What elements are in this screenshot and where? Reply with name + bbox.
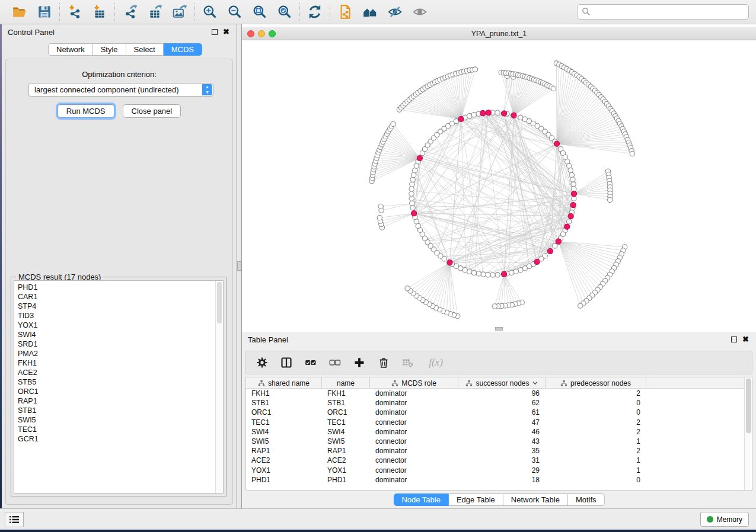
toolbar-show-graphics-details-button[interactable] bbox=[411, 3, 429, 21]
cell-shared_name[interactable]: ORC1 bbox=[246, 408, 322, 417]
toolbar-export-image-button[interactable] bbox=[171, 3, 189, 21]
table-row[interactable]: FKH1FKH1dominator962 bbox=[246, 389, 752, 398]
cell-predecessor_nodes[interactable]: 0 bbox=[546, 475, 646, 485]
cell-shared_name[interactable]: YOX1 bbox=[246, 466, 322, 475]
column-header-MCDS-role[interactable]: MCDS role bbox=[370, 377, 458, 389]
table-settings-gear-button[interactable] bbox=[256, 356, 269, 369]
toolbar-first-neighbors-button[interactable] bbox=[361, 3, 379, 21]
memory-button[interactable]: Memory bbox=[700, 512, 749, 527]
toolbar-zoom-selected-button[interactable] bbox=[276, 3, 294, 21]
cell-predecessor_nodes[interactable]: 1 bbox=[546, 466, 646, 475]
cell-predecessor_nodes[interactable]: 1 bbox=[546, 437, 646, 446]
mcds-result-list[interactable]: PHD1CAR1STP4TID3YOX1SWI4SRD1PMA2FKH1ACE2… bbox=[14, 280, 224, 493]
table-row[interactable]: PHD1PHD1dominator180 bbox=[246, 475, 752, 485]
table-row[interactable]: SWI4SWI4dominator462 bbox=[246, 427, 752, 437]
tab-network[interactable]: Network bbox=[48, 43, 93, 56]
vertical-splitter-handle[interactable] bbox=[237, 261, 241, 271]
toolbar-new-network-from-selection-button[interactable] bbox=[336, 3, 354, 21]
cell-mcds_role[interactable]: connector bbox=[370, 418, 458, 427]
cell-successor_nodes[interactable]: 18 bbox=[458, 475, 546, 485]
mcds-result-item[interactable]: CAR1 bbox=[14, 292, 223, 302]
cell-name[interactable]: FKH1 bbox=[322, 389, 370, 398]
toolbar-export-table-button[interactable] bbox=[146, 3, 164, 21]
tab-edge-table[interactable]: Edge Table bbox=[449, 493, 503, 506]
cell-mcds_role[interactable]: dominator bbox=[370, 408, 458, 417]
mcds-result-item[interactable]: STB1 bbox=[14, 406, 223, 415]
close-icon[interactable]: ✖ bbox=[742, 335, 749, 344]
mcds-result-item[interactable]: SWI5 bbox=[14, 415, 223, 425]
cell-shared_name[interactable]: SWI5 bbox=[246, 437, 322, 446]
mcds-result-item[interactable]: FKH1 bbox=[14, 358, 223, 368]
cell-mcds_role[interactable]: connector bbox=[370, 456, 458, 465]
cell-shared_name[interactable]: ACE2 bbox=[246, 456, 322, 465]
search-input[interactable] bbox=[577, 4, 749, 20]
toolbar-save-session-button[interactable] bbox=[36, 3, 53, 21]
cell-shared_name[interactable]: STB1 bbox=[246, 398, 322, 408]
cell-name[interactable]: ORC1 bbox=[322, 408, 370, 417]
table-row[interactable]: ACE2ACE2connector311 bbox=[246, 456, 752, 465]
cell-mcds_role[interactable]: connector bbox=[370, 466, 458, 475]
result-scrollbar[interactable] bbox=[215, 281, 223, 493]
cell-predecessor_nodes[interactable]: 2 bbox=[546, 446, 646, 456]
toolbar-zoom-out-button[interactable] bbox=[226, 3, 244, 21]
cell-mcds_role[interactable]: dominator bbox=[370, 389, 458, 398]
cell-successor_nodes[interactable]: 96 bbox=[458, 389, 546, 398]
cell-successor_nodes[interactable]: 46 bbox=[458, 427, 546, 437]
mcds-result-item[interactable]: SRD1 bbox=[14, 339, 223, 349]
cell-predecessor_nodes[interactable]: 0 bbox=[546, 408, 646, 417]
cell-name[interactable]: SWI4 bbox=[322, 427, 370, 437]
network-window-titlebar[interactable]: YPA_prune.txt_1 bbox=[242, 27, 756, 40]
cell-predecessor_nodes[interactable]: 2 bbox=[546, 389, 646, 398]
mcds-result-item[interactable]: GCR1 bbox=[14, 434, 223, 444]
table-row[interactable]: YOX1YOX1connector291 bbox=[246, 466, 752, 475]
close-panel-button[interactable]: Close panel bbox=[123, 104, 181, 118]
optimization-criterion-select[interactable]: largest connected component (undirected)… bbox=[28, 83, 213, 97]
mcds-result-item[interactable]: TID3 bbox=[14, 311, 223, 321]
tab-select[interactable]: Select bbox=[126, 43, 164, 56]
mcds-result-item[interactable]: ORC1 bbox=[14, 387, 223, 396]
cell-mcds_role[interactable]: dominator bbox=[370, 427, 458, 437]
table-add-column-button[interactable] bbox=[353, 356, 366, 369]
cell-predecessor_nodes[interactable]: 0 bbox=[546, 398, 646, 408]
cell-name[interactable]: SWI5 bbox=[322, 437, 370, 446]
cell-shared_name[interactable]: FKH1 bbox=[246, 389, 322, 398]
mcds-result-item[interactable]: RAP1 bbox=[14, 396, 223, 406]
toolbar-zoom-fit-button[interactable] bbox=[251, 3, 269, 21]
table-scrollbar[interactable] bbox=[744, 377, 752, 490]
network-graph[interactable] bbox=[242, 40, 756, 332]
mcds-result-item[interactable]: STP4 bbox=[14, 302, 223, 311]
table-function-builder-button[interactable]: f(x) bbox=[426, 356, 446, 369]
cell-mcds_role[interactable]: dominator bbox=[370, 475, 458, 485]
cell-name[interactable]: TEC1 bbox=[322, 418, 370, 427]
table-show-column-button[interactable] bbox=[280, 356, 293, 369]
tab-node-table[interactable]: Node Table bbox=[393, 493, 449, 506]
cell-mcds_role[interactable]: connector bbox=[370, 437, 458, 446]
mcds-result-item[interactable]: PMA2 bbox=[14, 349, 223, 358]
mcds-result-item[interactable]: YOX1 bbox=[14, 321, 223, 330]
tab-mcds[interactable]: MCDS bbox=[164, 43, 202, 56]
cell-successor_nodes[interactable]: 31 bbox=[458, 456, 546, 465]
table-unselect-all-columns-button[interactable] bbox=[328, 356, 342, 369]
toolbar-apply-layout-button[interactable] bbox=[306, 3, 324, 21]
cell-successor_nodes[interactable]: 35 bbox=[458, 446, 546, 456]
column-header-successor-nodes[interactable]: successor nodes bbox=[458, 377, 546, 389]
mcds-result-item[interactable]: TEC1 bbox=[14, 425, 223, 434]
cell-mcds_role[interactable]: dominator bbox=[370, 398, 458, 408]
mcds-result-item[interactable]: PHD1 bbox=[14, 281, 223, 292]
tab-motifs[interactable]: Motifs bbox=[568, 493, 605, 506]
cell-name[interactable]: STB1 bbox=[322, 398, 370, 408]
table-destroy-table-button[interactable] bbox=[401, 356, 414, 369]
table-select-all-columns-button[interactable] bbox=[304, 356, 317, 369]
cell-name[interactable]: YOX1 bbox=[322, 466, 370, 475]
cell-shared_name[interactable]: PHD1 bbox=[246, 475, 322, 485]
table-row[interactable]: SWI5SWI5connector431 bbox=[246, 437, 752, 446]
toolbar-export-network-button[interactable] bbox=[121, 3, 139, 21]
tab-style[interactable]: Style bbox=[93, 43, 126, 56]
close-icon[interactable]: ✖ bbox=[223, 27, 229, 36]
task-history-button[interactable] bbox=[5, 512, 24, 527]
tab-network-table[interactable]: Network Table bbox=[503, 493, 568, 506]
result-scrollbar-thumb[interactable] bbox=[217, 282, 222, 323]
toolbar-open-file-button[interactable] bbox=[11, 3, 28, 21]
cell-successor_nodes[interactable]: 29 bbox=[458, 466, 546, 475]
cell-shared_name[interactable]: RAP1 bbox=[246, 446, 322, 456]
